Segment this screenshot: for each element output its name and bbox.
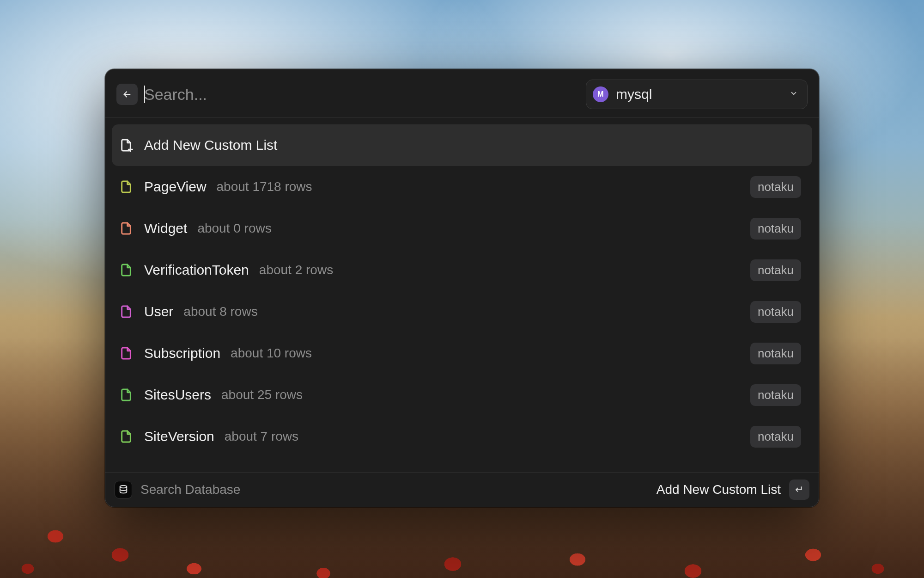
connection-label: mysql xyxy=(616,86,782,102)
arrow-left-icon xyxy=(122,89,132,99)
file-icon xyxy=(118,179,134,195)
table-name: Subscription xyxy=(144,345,220,361)
chevron-down-icon xyxy=(790,89,798,99)
file-icon xyxy=(118,221,134,236)
search-field-wrap[interactable] xyxy=(144,85,579,105)
file-icon xyxy=(118,429,134,444)
table-name: PageView xyxy=(144,179,207,195)
footer-primary-action[interactable]: Add New Custom List xyxy=(657,482,781,497)
file-icon xyxy=(118,387,134,403)
table-name: Widget xyxy=(144,221,187,236)
table-row[interactable]: VerificationToken about 2 rows notaku xyxy=(112,249,812,291)
file-plus-icon xyxy=(118,137,134,153)
file-icon xyxy=(118,304,134,320)
database-badge: notaku xyxy=(750,176,801,198)
table-row-count: about 2 rows xyxy=(259,263,333,277)
database-icon xyxy=(118,485,128,495)
table-row[interactable]: Widget about 0 rows notaku xyxy=(112,208,812,249)
footer-extension-label: Search Database xyxy=(140,482,648,497)
extension-icon[interactable] xyxy=(115,481,132,498)
table-name: VerificationToken xyxy=(144,262,249,278)
enter-key-icon: ↵ xyxy=(789,480,809,500)
database-badge: notaku xyxy=(750,259,801,281)
table-name: SitesUsers xyxy=(144,387,211,403)
command-palette-window: M mysql Add New Custom List PageView abo… xyxy=(105,69,819,507)
database-badge: notaku xyxy=(750,218,801,240)
table-row-count: about 10 rows xyxy=(231,346,312,361)
table-row-count: about 8 rows xyxy=(183,304,257,319)
table-row[interactable]: SitesUsers about 25 rows notaku xyxy=(112,374,812,416)
table-name: User xyxy=(144,304,173,320)
file-icon xyxy=(118,262,134,278)
table-row[interactable]: Subscription about 10 rows notaku xyxy=(112,332,812,374)
results-list: Add New Custom List PageView about 1718 … xyxy=(105,118,819,472)
search-input[interactable] xyxy=(144,85,579,105)
table-row-count: about 7 rows xyxy=(225,429,298,444)
table-row-count: about 0 rows xyxy=(197,221,271,236)
table-row-count: about 25 rows xyxy=(221,387,303,402)
footer: Search Database Add New Custom List ↵ xyxy=(105,472,819,507)
table-row[interactable]: SiteVersion about 7 rows notaku xyxy=(112,416,812,457)
table-row-count: about 1718 rows xyxy=(217,179,312,194)
svg-point-0 xyxy=(120,486,127,488)
database-badge: notaku xyxy=(750,301,801,323)
database-badge: notaku xyxy=(750,343,801,364)
connection-selector[interactable]: M mysql xyxy=(586,80,808,109)
table-row[interactable]: PageView about 1718 rows notaku xyxy=(112,166,812,208)
back-button[interactable] xyxy=(116,84,138,105)
connection-avatar: M xyxy=(593,86,608,102)
file-icon xyxy=(118,345,134,361)
database-badge: notaku xyxy=(750,384,801,406)
table-row[interactable]: User about 8 rows notaku xyxy=(112,291,812,332)
add-custom-list-row[interactable]: Add New Custom List xyxy=(112,124,812,166)
header: M mysql xyxy=(105,69,819,118)
text-cursor xyxy=(144,86,145,103)
add-custom-list-label: Add New Custom List xyxy=(144,137,277,153)
database-badge: notaku xyxy=(750,426,801,448)
table-name: SiteVersion xyxy=(144,429,214,444)
